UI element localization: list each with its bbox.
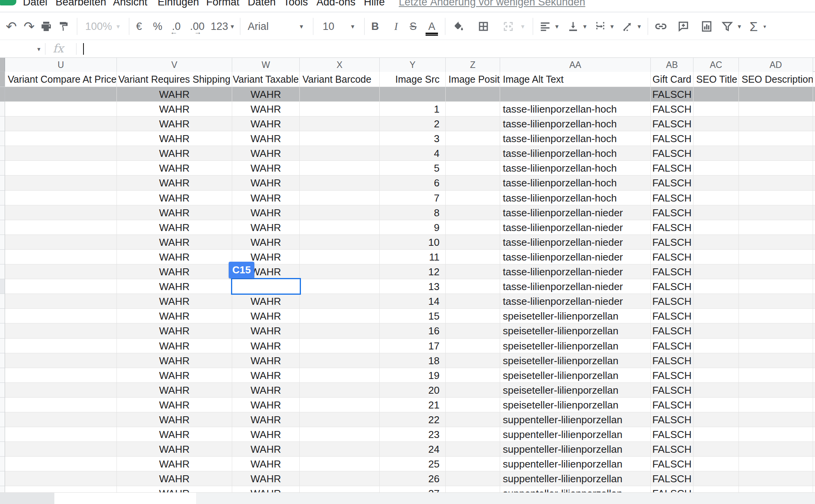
cell-filler[interactable] <box>813 294 815 309</box>
cell-aa[interactable]: speiseteller-lilienporzellan <box>500 309 651 323</box>
cell-x[interactable] <box>300 116 380 131</box>
cell-ad[interactable] <box>739 412 813 427</box>
cell-ab[interactable]: FALSCH <box>651 116 693 131</box>
cell-y[interactable]: 25 <box>380 457 446 471</box>
cell-ac[interactable] <box>693 87 739 102</box>
cell-ab[interactable]: FALSCH <box>651 412 693 427</box>
row-header-sliver[interactable] <box>0 250 5 264</box>
cell-ac[interactable] <box>693 264 739 279</box>
cell-filler[interactable] <box>813 457 815 471</box>
font-size-caret-icon[interactable]: ▾ <box>351 12 354 40</box>
cell-ac[interactable] <box>693 205 739 220</box>
cell-filler[interactable] <box>813 471 815 486</box>
cell-x[interactable] <box>300 176 380 190</box>
cell-y[interactable]: 18 <box>380 353 446 368</box>
cell-x[interactable] <box>300 146 380 161</box>
cell-ab[interactable]: FALSCH <box>651 427 693 442</box>
cell-ad[interactable] <box>739 264 813 279</box>
cell-ac[interactable] <box>693 309 739 323</box>
cell-w[interactable]: WAHR <box>232 412 300 427</box>
cell-ab[interactable]: FALSCH <box>651 457 693 471</box>
cell-y[interactable] <box>380 87 446 102</box>
cell-ad[interactable] <box>739 471 813 486</box>
cell-x[interactable] <box>300 250 380 264</box>
cell-y[interactable]: 12 <box>380 264 446 279</box>
cell-u[interactable] <box>5 309 117 323</box>
cell-aa[interactable]: tasse-lilienporzellan-hoch <box>500 146 651 161</box>
menu-datei[interactable]: Datei <box>23 0 47 10</box>
cell-ac[interactable] <box>693 398 739 412</box>
cell-aa[interactable] <box>500 87 651 102</box>
cell-y[interactable]: 9 <box>380 220 446 235</box>
cell-y[interactable]: 1 <box>380 102 446 116</box>
bold-button[interactable]: B <box>367 12 384 40</box>
cell-w[interactable]: Variant Taxable <box>232 72 300 87</box>
text-color-button[interactable]: A <box>423 12 440 40</box>
vertical-align-button[interactable] <box>565 12 582 40</box>
active-sheet-tab[interactable] <box>54 493 196 504</box>
cell-ab[interactable]: FALSCH <box>651 146 693 161</box>
cell-u[interactable] <box>5 102 117 116</box>
cell-x[interactable] <box>300 368 380 383</box>
cell-filler[interactable] <box>813 161 815 176</box>
cell-v[interactable]: WAHR <box>117 102 232 116</box>
filter-button[interactable] <box>718 12 736 40</box>
cell-ac[interactable] <box>693 471 739 486</box>
row-header-sliver[interactable] <box>0 146 5 161</box>
cell-w[interactable]: WAHR <box>232 294 300 309</box>
cell-y[interactable]: 13 <box>380 279 446 294</box>
cell-ac[interactable] <box>693 368 739 383</box>
row-header-sliver[interactable] <box>0 205 5 220</box>
cell-x[interactable] <box>300 235 380 250</box>
cell-ad[interactable]: SEO Description <box>739 72 813 87</box>
cell-filler[interactable] <box>813 102 815 116</box>
cell-v[interactable]: WAHR <box>117 309 232 323</box>
cell-x[interactable] <box>300 398 380 412</box>
cell-ab[interactable]: FALSCH <box>651 471 693 486</box>
cell-ad[interactable] <box>739 398 813 412</box>
cell-y[interactable]: 5 <box>380 161 446 176</box>
row-header-sliver[interactable] <box>0 457 5 471</box>
cell-v[interactable]: WAHR <box>117 323 232 338</box>
cell-filler[interactable] <box>813 264 815 279</box>
row-header-sliver[interactable] <box>0 353 5 368</box>
cell-ad[interactable] <box>739 427 813 442</box>
cell-aa[interactable]: tasse-lilienporzellan-nieder <box>500 205 651 220</box>
cell-ac[interactable] <box>693 279 739 294</box>
cell-v[interactable]: WAHR <box>117 220 232 235</box>
insert-chart-button[interactable] <box>697 12 716 40</box>
cell-u[interactable] <box>5 427 117 442</box>
cell-v[interactable]: WAHR <box>117 294 232 309</box>
cell-ab[interactable]: FALSCH <box>651 339 693 353</box>
cell-w[interactable]: WAHR <box>232 146 300 161</box>
cell-y[interactable]: 15 <box>380 309 446 323</box>
cell-ac[interactable] <box>693 191 739 205</box>
cell-ab[interactable]: FALSCH <box>651 279 693 294</box>
cell-aa[interactable]: suppenteller-lilienporzellan <box>500 471 651 486</box>
cell-y[interactable]: 10 <box>380 235 446 250</box>
cell-x[interactable] <box>300 323 380 338</box>
cell-u[interactable] <box>5 279 117 294</box>
row-header-sliver[interactable] <box>0 294 5 309</box>
column-header-ad[interactable]: AD <box>739 58 813 72</box>
cell-w[interactable]: WAHR <box>232 176 300 190</box>
italic-button[interactable]: I <box>388 12 404 40</box>
row-header-sliver[interactable] <box>0 323 5 338</box>
cell-z[interactable] <box>446 205 500 220</box>
cell-aa[interactable]: tasse-lilienporzellan-nieder <box>500 250 651 264</box>
last-edit-link[interactable]: Letzte Änderung vor wenigen Sekunden <box>399 0 585 10</box>
cell-w[interactable]: WAHR <box>232 309 300 323</box>
cell-w[interactable]: WAHR <box>232 427 300 442</box>
merge-cells-caret-icon[interactable]: ▾ <box>521 12 525 40</box>
row-header-sliver[interactable] <box>0 339 5 353</box>
cell-v[interactable]: WAHR <box>117 146 232 161</box>
cell-x[interactable] <box>300 353 380 368</box>
cell-u[interactable] <box>5 323 117 338</box>
number-format-caret-icon[interactable]: ▾ <box>231 12 234 40</box>
cell-filler[interactable] <box>813 368 815 383</box>
cell-v[interactable]: WAHR <box>117 368 232 383</box>
cell-z[interactable] <box>446 309 500 323</box>
cell-ac[interactable] <box>693 427 739 442</box>
cell-z[interactable] <box>446 398 500 412</box>
cell-ac[interactable] <box>693 176 739 190</box>
